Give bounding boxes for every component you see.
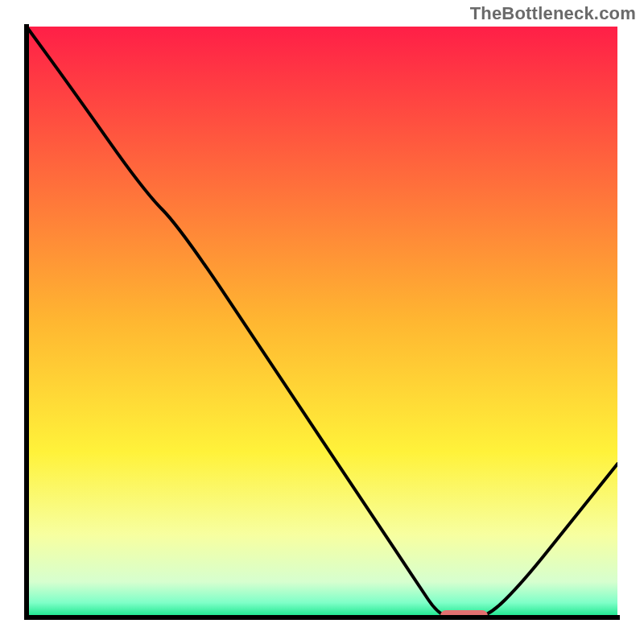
chart-stage: TheBottleneck.com: [0, 0, 644, 644]
axes: [0, 0, 644, 644]
